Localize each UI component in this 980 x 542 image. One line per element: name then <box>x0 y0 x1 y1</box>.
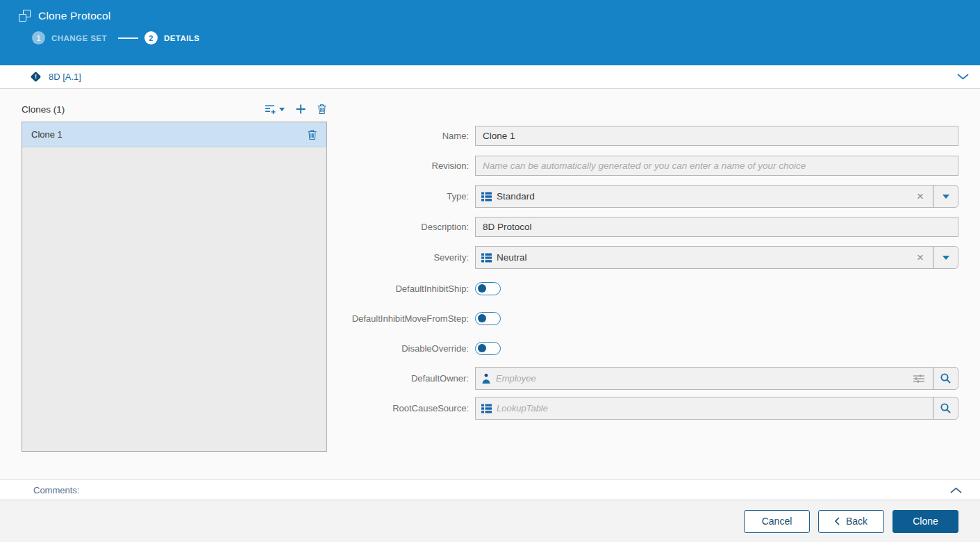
default-owner-row: DefaultOwner: Employee <box>327 367 958 390</box>
toggle-knob <box>478 314 487 323</box>
clones-list: Clone 1 <box>22 122 327 452</box>
wizard-steps: 1 CHANGE SET 2 DETAILS <box>0 31 980 44</box>
add-clone-button[interactable] <box>295 104 306 115</box>
chevron-down-icon <box>957 74 969 80</box>
revision-row: Revision: <box>327 156 958 176</box>
description-label: Description: <box>327 222 475 232</box>
dropdown-arrow-icon <box>942 195 949 199</box>
sliders-icon <box>913 374 925 384</box>
clone-protocol-dialog: Clone Protocol 1 CHANGE SET 2 DETAILS ! … <box>0 0 980 542</box>
chevron-up-icon <box>950 487 962 493</box>
magnifier-icon <box>940 372 952 384</box>
clone-item-name: Clone 1 <box>31 129 63 140</box>
add-from-list-button[interactable] <box>265 104 285 115</box>
cancel-button[interactable]: Cancel <box>744 510 810 533</box>
default-owner-picker[interactable]: Employee <box>475 367 958 390</box>
alert-diamond-icon: ! <box>31 72 42 83</box>
clear-type-button[interactable]: × <box>908 190 933 202</box>
default-inhibit-ship-label: DefaultInhibitShip: <box>327 284 475 294</box>
clones-toolbar <box>265 104 327 115</box>
type-label: Type: <box>327 191 475 202</box>
dialog-header: Clone Protocol 1 CHANGE SET 2 DETAILS <box>0 0 980 65</box>
root-cause-source-label: RootCauseSource: <box>327 403 475 413</box>
severity-label: Severity: <box>327 252 475 263</box>
magnifier-icon <box>940 402 952 414</box>
clone-button[interactable]: Clone <box>892 510 958 533</box>
disable-override-label: DisableOverride: <box>327 343 475 354</box>
default-inhibit-move-from-step-row: DefaultInhibitMoveFromStep: <box>327 312 958 325</box>
step-change-set[interactable]: 1 CHANGE SET <box>32 31 107 44</box>
default-inhibit-ship-toggle[interactable] <box>475 282 501 295</box>
description-row: Description: <box>327 217 958 237</box>
clear-severity-button[interactable]: × <box>908 252 933 263</box>
severity-row: Severity: Neutral × <box>327 246 958 269</box>
clones-panel: Clones (1) Clone 1 <box>22 101 327 479</box>
severity-dropdown-button[interactable] <box>933 247 958 268</box>
default-owner-placeholder: Employee <box>496 373 536 384</box>
type-row: Type: Standard × <box>327 185 958 208</box>
comments-label: Comments: <box>33 485 79 495</box>
description-input[interactable] <box>475 217 958 237</box>
default-owner-search-button[interactable] <box>933 368 958 389</box>
type-dropdown-button[interactable] <box>933 186 958 207</box>
delete-clone-button[interactable] <box>317 104 327 115</box>
back-button[interactable]: Back <box>818 510 884 533</box>
collapse-comments-button[interactable] <box>950 487 962 493</box>
step-1-circle: 1 <box>32 31 45 44</box>
add-icon <box>295 104 306 115</box>
clone-icon <box>19 10 31 22</box>
severity-combobox[interactable]: Neutral × <box>475 246 958 269</box>
disable-override-toggle[interactable] <box>475 342 501 355</box>
severity-value: Neutral <box>497 252 527 263</box>
delete-icon <box>317 104 327 115</box>
dialog-footer: Cancel Back Clone <box>0 500 980 542</box>
caret-down-icon <box>279 108 285 111</box>
dialog-title: Clone Protocol <box>38 10 110 22</box>
default-inhibit-move-from-step-toggle[interactable] <box>475 312 501 325</box>
root-cause-source-row: RootCauseSource: LookupTable <box>327 397 958 420</box>
delete-row-button[interactable] <box>307 129 317 140</box>
dialog-body: Clones (1) Clone 1 <box>0 89 980 479</box>
lookup-table-icon <box>481 253 492 263</box>
root-cause-source-search-button[interactable] <box>933 397 958 419</box>
collapse-section-button[interactable] <box>957 74 969 80</box>
lookup-table-icon <box>481 192 492 202</box>
revision-input[interactable] <box>475 156 958 176</box>
name-label: Name: <box>327 131 475 141</box>
dropdown-arrow-icon <box>942 256 949 260</box>
disable-override-row: DisableOverride: <box>327 342 958 355</box>
root-cause-source-picker[interactable]: LookupTable <box>475 397 958 420</box>
default-inhibit-move-from-step-label: DefaultInhibitMoveFromStep: <box>327 313 475 324</box>
step-2-label: DETAILS <box>164 34 200 42</box>
default-inhibit-ship-row: DefaultInhibitShip: <box>327 282 958 295</box>
add-from-list-icon <box>265 104 276 115</box>
toggle-knob <box>478 284 487 293</box>
name-row: Name: <box>327 126 958 146</box>
employee-icon <box>481 373 491 384</box>
clones-panel-header: Clones (1) <box>22 101 327 117</box>
protocol-bar: ! 8D [A.1] <box>0 65 980 89</box>
root-cause-source-placeholder: LookupTable <box>497 403 548 413</box>
clone-details-form: Name: Revision: Type: Standard × <box>327 101 958 479</box>
filter-options-button[interactable] <box>905 374 933 384</box>
delete-icon <box>307 129 317 140</box>
protocol-title: 8D [A.1] <box>49 72 81 82</box>
name-input[interactable] <box>475 126 958 146</box>
comments-section: Comments: <box>0 479 980 500</box>
type-value: Standard <box>497 191 535 202</box>
lookup-table-icon <box>481 404 492 413</box>
revision-label: Revision: <box>327 161 475 171</box>
type-combobox[interactable]: Standard × <box>475 185 958 208</box>
clones-panel-title: Clones (1) <box>22 104 65 115</box>
default-owner-label: DefaultOwner: <box>327 373 475 384</box>
step-1-label: CHANGE SET <box>51 34 107 42</box>
chevron-left-icon <box>835 517 840 525</box>
step-2-circle: 2 <box>144 31 158 44</box>
toggle-knob <box>478 344 487 353</box>
step-details[interactable]: 2 DETAILS <box>144 31 200 44</box>
clone-list-item[interactable]: Clone 1 <box>22 122 326 147</box>
step-connector <box>118 38 138 39</box>
